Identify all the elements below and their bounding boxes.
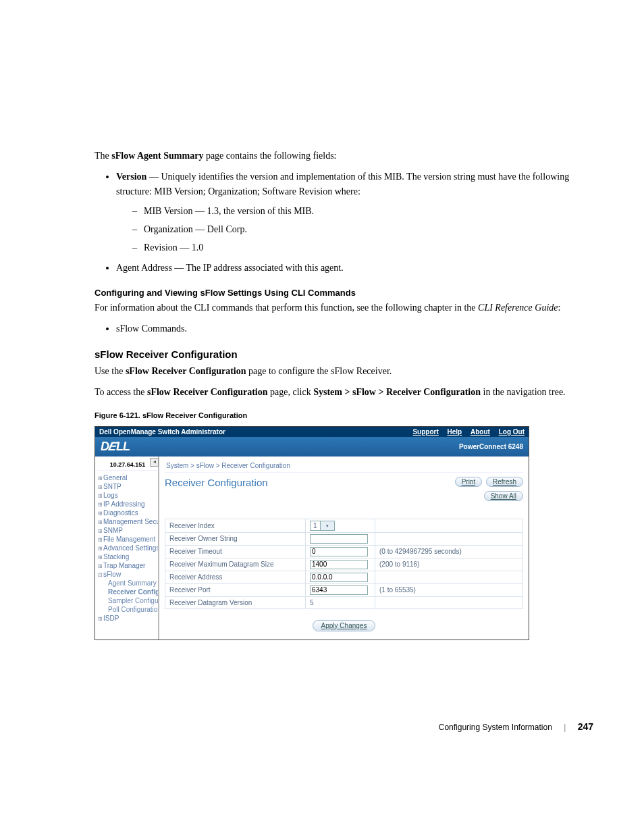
minus-icon: ⊟	[97, 572, 103, 578]
screenshot-ui: Dell OpenManage Switch Administrator Sup…	[95, 426, 529, 640]
nav-trap-manager[interactable]: ⊞Trap Manager	[97, 561, 158, 570]
address-input[interactable]	[310, 573, 368, 582]
config-table: Receiver Index 1▾ Receiver Owner String	[165, 519, 523, 609]
hint-datagram-version	[375, 596, 523, 608]
nav-diagnostics[interactable]: ⊞Diagnostics	[97, 509, 158, 517]
row-datagram-version: Receiver Datagram Version 5	[165, 596, 523, 608]
nav-poll-config[interactable]: Poll Configuration	[108, 605, 158, 614]
nav-ip-addressing[interactable]: ⊞IP Addressing	[97, 500, 158, 509]
nav-stacking[interactable]: ⊞Stacking	[97, 552, 158, 561]
nav-logs[interactable]: ⊞Logs	[97, 491, 158, 500]
plus-icon: ⊞	[97, 537, 103, 543]
row-max-datagram: Receiver Maximum Datagram Size (200 to 9…	[165, 558, 523, 571]
nav-mgmt-security[interactable]: ⊞Management Secur	[97, 517, 158, 526]
nav-advanced-settings[interactable]: ⊞Advanced Settings	[97, 544, 158, 552]
page-number: 247	[578, 721, 593, 732]
nav-tree[interactable]: ◂ 10.27.64.151 ⊞General ⊞SNTP ⊞Logs ⊞IP …	[95, 457, 159, 640]
ui-brand-row: DELL PowerConnect 6248	[95, 437, 529, 457]
sflow-receiver-heading: sFlow Receiver Configuration	[95, 348, 593, 360]
hint-max-datagram: (200 to 9116)	[375, 558, 523, 571]
timeout-input[interactable]	[310, 547, 368, 556]
sflow-p2: To access the sFlow Receiver Configurati…	[95, 385, 593, 399]
label-max-datagram: Receiver Maximum Datagram Size	[165, 558, 306, 571]
sflow-p1: Use the sFlow Receiver Configuration pag…	[95, 364, 593, 378]
sub-revision: Revision — 1.0	[132, 239, 593, 257]
label-datagram-version: Receiver Datagram Version	[165, 596, 306, 608]
plus-icon: ⊞	[97, 502, 103, 508]
dell-logo: DELL	[101, 440, 130, 454]
nav-sflow[interactable]: ⊟sFlow	[97, 570, 158, 579]
owner-string-input[interactable]	[310, 534, 368, 544]
datagram-version-value: 5	[310, 599, 314, 606]
show-all-button[interactable]: Show All	[484, 491, 523, 501]
version-sublist: MIB Version — 1.3, the version of this M…	[132, 203, 593, 257]
fields-list: Version — Uniquely identifies the versio…	[104, 170, 593, 276]
page-footer: Configuring System Information | 247	[95, 721, 593, 732]
plus-icon: ⊞	[97, 519, 103, 525]
figure-caption: Figure 6-121. sFlow Receiver Configurati…	[95, 411, 593, 419]
plus-icon: ⊞	[97, 475, 103, 481]
cli-item-sflow-commands: sFlow Commands.	[116, 321, 593, 336]
port-input[interactable]	[310, 585, 368, 595]
row-address: Receiver Address	[165, 571, 523, 583]
nav-sntp[interactable]: ⊞SNTP	[97, 482, 158, 491]
cli-para: For information about the CLI commands t…	[95, 301, 593, 315]
row-receiver-index: Receiver Index 1▾	[165, 519, 523, 532]
sub-organization: Organization — Dell Corp.	[132, 221, 593, 239]
hint-port: (1 to 65535)	[375, 583, 523, 596]
hint-receiver-index	[375, 519, 523, 532]
label-timeout: Receiver Timeout	[165, 545, 306, 558]
label-port: Receiver Port	[165, 583, 306, 596]
plus-icon: ⊞	[97, 554, 103, 561]
intro-line: The sFlow Agent Summary page contains th…	[95, 149, 593, 163]
model-label: PowerConnect 6248	[459, 443, 523, 450]
nav-agent-summary[interactable]: Agent Summary	[108, 579, 158, 588]
chevron-down-icon: ▾	[320, 521, 334, 530]
print-button[interactable]: Print	[455, 477, 483, 487]
row-port: Receiver Port (1 to 65535)	[165, 583, 523, 596]
hint-owner-string	[375, 532, 523, 545]
refresh-button[interactable]: Refresh	[486, 477, 523, 487]
cli-list: sFlow Commands.	[104, 321, 593, 336]
sub-mib-version: MIB Version — 1.3, the version of this M…	[132, 203, 593, 221]
nav-general[interactable]: ⊞General	[97, 473, 158, 482]
link-help[interactable]: Help	[448, 428, 462, 436]
plus-icon: ⊞	[97, 528, 103, 534]
nav-isdp[interactable]: ⊞ISDP	[97, 614, 158, 623]
ui-app-title: Dell OpenManage Switch Administrator	[99, 428, 225, 436]
plus-icon: ⊞	[97, 511, 103, 517]
nav-file-management[interactable]: ⊞File Management	[97, 535, 158, 544]
collapse-nav-icon[interactable]: ◂	[150, 458, 159, 467]
row-owner-string: Receiver Owner String	[165, 532, 523, 545]
plus-icon: ⊞	[97, 484, 103, 490]
hint-timeout: (0 to 4294967295 seconds)	[375, 545, 523, 558]
separator-icon: |	[564, 723, 566, 732]
link-about[interactable]: About	[471, 428, 490, 436]
plus-icon: ⊞	[97, 616, 103, 622]
label-receiver-index: Receiver Index	[165, 519, 306, 532]
field-agent-address: Agent Address — The IP address associate…	[116, 261, 593, 276]
apply-changes-button[interactable]: Apply Changes	[313, 620, 376, 631]
device-ip: 10.27.64.151	[97, 459, 158, 471]
plus-icon: ⊞	[97, 563, 103, 569]
plus-icon: ⊞	[97, 493, 103, 499]
page-title: Receiver Configuration	[165, 477, 268, 488]
max-datagram-input[interactable]	[310, 560, 368, 569]
row-timeout: Receiver Timeout (0 to 4294967295 second…	[165, 545, 523, 558]
receiver-index-select[interactable]: 1▾	[310, 521, 335, 531]
hint-address	[375, 571, 523, 583]
nav-snmp[interactable]: ⊞SNMP	[97, 526, 158, 535]
footer-section: Configuring System Information	[439, 723, 552, 732]
breadcrumb: System > sFlow > Receiver Configuration	[165, 459, 523, 473]
link-support[interactable]: Support	[412, 428, 438, 436]
cli-heading: Configuring and Viewing sFlow Settings U…	[95, 288, 593, 298]
field-version: Version — Uniquely identifies the versio…	[116, 170, 593, 257]
label-address: Receiver Address	[165, 571, 306, 583]
link-logout[interactable]: Log Out	[499, 428, 525, 436]
plus-icon: ⊞	[97, 546, 103, 552]
nav-sampler-config[interactable]: Sampler Configur	[108, 596, 158, 605]
ui-topbar: Dell OpenManage Switch Administrator Sup…	[95, 427, 529, 437]
nav-receiver-config[interactable]: Receiver Configur	[108, 588, 158, 596]
label-owner-string: Receiver Owner String	[165, 532, 306, 545]
